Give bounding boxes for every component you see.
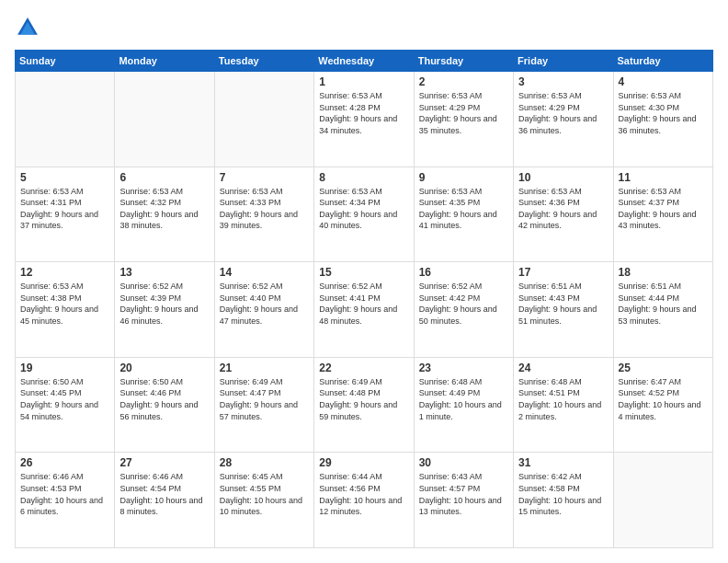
day-number: 1 [319, 75, 408, 88]
day-info: Sunrise: 6:53 AMSunset: 4:37 PMDaylight:… [619, 186, 708, 232]
day-info: Sunrise: 6:53 AMSunset: 4:34 PMDaylight:… [319, 186, 408, 232]
day-number: 5 [20, 171, 109, 184]
day-number: 8 [319, 171, 408, 184]
day-number: 11 [619, 171, 708, 184]
day-cell: 4Sunrise: 6:53 AMSunset: 4:30 PMDaylight… [613, 72, 712, 167]
day-info: Sunrise: 6:53 AMSunset: 4:30 PMDaylight:… [619, 90, 708, 136]
day-cell [214, 72, 313, 167]
column-header-friday: Friday [514, 51, 613, 72]
day-number: 23 [419, 362, 508, 374]
day-number: 3 [518, 75, 608, 88]
day-number: 2 [419, 75, 508, 88]
day-info: Sunrise: 6:43 AMSunset: 4:57 PMDaylight:… [419, 471, 508, 517]
day-cell: 25Sunrise: 6:47 AMSunset: 4:52 PMDayligh… [613, 357, 712, 453]
day-number: 29 [319, 456, 408, 469]
day-cell: 31Sunrise: 6:42 AMSunset: 4:58 PMDayligh… [514, 453, 613, 548]
day-cell: 24Sunrise: 6:48 AMSunset: 4:51 PMDayligh… [514, 357, 613, 453]
day-info: Sunrise: 6:53 AMSunset: 4:29 PMDaylight:… [419, 90, 508, 136]
column-header-monday: Monday [115, 51, 214, 72]
day-number: 4 [619, 75, 708, 88]
day-cell [613, 453, 712, 548]
day-number: 17 [518, 266, 608, 279]
day-info: Sunrise: 6:44 AMSunset: 4:56 PMDaylight:… [319, 471, 408, 517]
day-cell: 26Sunrise: 6:46 AMSunset: 4:53 PMDayligh… [16, 453, 115, 548]
day-info: Sunrise: 6:53 AMSunset: 4:36 PMDaylight:… [518, 186, 608, 232]
day-cell: 27Sunrise: 6:46 AMSunset: 4:54 PMDayligh… [115, 453, 214, 548]
week-row-4: 19Sunrise: 6:50 AMSunset: 4:45 PMDayligh… [16, 357, 713, 453]
day-cell: 30Sunrise: 6:43 AMSunset: 4:57 PMDayligh… [414, 453, 513, 548]
day-cell: 6Sunrise: 6:53 AMSunset: 4:32 PMDaylight… [115, 167, 214, 262]
day-cell: 18Sunrise: 6:51 AMSunset: 4:44 PMDayligh… [613, 262, 712, 358]
day-cell [115, 72, 214, 167]
day-cell: 8Sunrise: 6:53 AMSunset: 4:34 PMDaylight… [314, 167, 414, 262]
day-cell: 29Sunrise: 6:44 AMSunset: 4:56 PMDayligh… [314, 453, 414, 548]
day-number: 22 [319, 362, 408, 374]
day-info: Sunrise: 6:52 AMSunset: 4:42 PMDaylight:… [419, 281, 508, 327]
day-cell: 3Sunrise: 6:53 AMSunset: 4:29 PMDaylight… [514, 72, 613, 167]
calendar-table: SundayMondayTuesdayWednesdayThursdayFrid… [15, 50, 713, 548]
day-cell: 16Sunrise: 6:52 AMSunset: 4:42 PMDayligh… [414, 262, 513, 358]
day-info: Sunrise: 6:53 AMSunset: 4:28 PMDaylight:… [319, 90, 408, 136]
day-info: Sunrise: 6:48 AMSunset: 4:51 PMDaylight:… [518, 376, 608, 422]
day-cell: 12Sunrise: 6:53 AMSunset: 4:38 PMDayligh… [16, 262, 115, 358]
day-info: Sunrise: 6:52 AMSunset: 4:39 PMDaylight:… [119, 281, 209, 327]
day-info: Sunrise: 6:51 AMSunset: 4:44 PMDaylight:… [619, 281, 708, 327]
day-number: 27 [119, 456, 209, 469]
column-header-sunday: Sunday [16, 51, 115, 72]
day-info: Sunrise: 6:46 AMSunset: 4:54 PMDaylight:… [119, 471, 209, 517]
day-info: Sunrise: 6:52 AMSunset: 4:40 PMDaylight:… [220, 281, 309, 327]
day-cell: 21Sunrise: 6:49 AMSunset: 4:47 PMDayligh… [214, 357, 313, 453]
day-number: 14 [220, 266, 309, 279]
day-info: Sunrise: 6:53 AMSunset: 4:29 PMDaylight:… [518, 90, 608, 136]
logo [15, 15, 44, 40]
day-cell: 28Sunrise: 6:45 AMSunset: 4:55 PMDayligh… [214, 453, 313, 548]
day-info: Sunrise: 6:46 AMSunset: 4:53 PMDaylight:… [20, 471, 109, 517]
day-number: 7 [220, 171, 309, 184]
day-info: Sunrise: 6:49 AMSunset: 4:48 PMDaylight:… [319, 376, 408, 422]
day-number: 12 [20, 266, 109, 279]
column-header-thursday: Thursday [414, 51, 513, 72]
week-row-1: 1Sunrise: 6:53 AMSunset: 4:28 PMDaylight… [16, 72, 713, 167]
day-cell: 5Sunrise: 6:53 AMSunset: 4:31 PMDaylight… [16, 167, 115, 262]
day-info: Sunrise: 6:48 AMSunset: 4:49 PMDaylight:… [419, 376, 508, 422]
day-number: 31 [518, 456, 608, 469]
day-cell: 9Sunrise: 6:53 AMSunset: 4:35 PMDaylight… [414, 167, 513, 262]
day-cell: 14Sunrise: 6:52 AMSunset: 4:40 PMDayligh… [214, 262, 313, 358]
day-info: Sunrise: 6:42 AMSunset: 4:58 PMDaylight:… [518, 471, 608, 517]
day-number: 15 [319, 266, 408, 279]
day-number: 10 [518, 171, 608, 184]
page: SundayMondayTuesdayWednesdayThursdayFrid… [0, 0, 728, 563]
day-info: Sunrise: 6:53 AMSunset: 4:35 PMDaylight:… [419, 186, 508, 232]
day-cell: 11Sunrise: 6:53 AMSunset: 4:37 PMDayligh… [613, 167, 712, 262]
header [15, 15, 713, 40]
week-row-3: 12Sunrise: 6:53 AMSunset: 4:38 PMDayligh… [16, 262, 713, 358]
day-number: 19 [20, 362, 109, 374]
day-number: 28 [220, 456, 309, 469]
day-info: Sunrise: 6:53 AMSunset: 4:32 PMDaylight:… [119, 186, 209, 232]
day-cell: 17Sunrise: 6:51 AMSunset: 4:43 PMDayligh… [514, 262, 613, 358]
day-number: 9 [419, 171, 508, 184]
day-number: 18 [619, 266, 708, 279]
day-number: 21 [220, 362, 309, 374]
day-info: Sunrise: 6:51 AMSunset: 4:43 PMDaylight:… [518, 281, 608, 327]
day-number: 24 [518, 362, 608, 374]
day-cell: 7Sunrise: 6:53 AMSunset: 4:33 PMDaylight… [214, 167, 313, 262]
day-number: 25 [619, 362, 708, 374]
day-cell: 1Sunrise: 6:53 AMSunset: 4:28 PMDaylight… [314, 72, 414, 167]
day-cell [16, 72, 115, 167]
day-cell: 13Sunrise: 6:52 AMSunset: 4:39 PMDayligh… [115, 262, 214, 358]
day-number: 20 [119, 362, 209, 374]
logo-icon [15, 15, 40, 40]
day-info: Sunrise: 6:50 AMSunset: 4:46 PMDaylight:… [119, 376, 209, 422]
day-header-row: SundayMondayTuesdayWednesdayThursdayFrid… [16, 51, 713, 72]
day-info: Sunrise: 6:50 AMSunset: 4:45 PMDaylight:… [20, 376, 109, 422]
day-cell: 23Sunrise: 6:48 AMSunset: 4:49 PMDayligh… [414, 357, 513, 453]
day-cell: 15Sunrise: 6:52 AMSunset: 4:41 PMDayligh… [314, 262, 414, 358]
day-cell: 19Sunrise: 6:50 AMSunset: 4:45 PMDayligh… [16, 357, 115, 453]
day-number: 6 [119, 171, 209, 184]
day-info: Sunrise: 6:45 AMSunset: 4:55 PMDaylight:… [220, 471, 309, 517]
day-number: 30 [419, 456, 508, 469]
day-cell: 20Sunrise: 6:50 AMSunset: 4:46 PMDayligh… [115, 357, 214, 453]
day-info: Sunrise: 6:53 AMSunset: 4:33 PMDaylight:… [220, 186, 309, 232]
day-info: Sunrise: 6:52 AMSunset: 4:41 PMDaylight:… [319, 281, 408, 327]
